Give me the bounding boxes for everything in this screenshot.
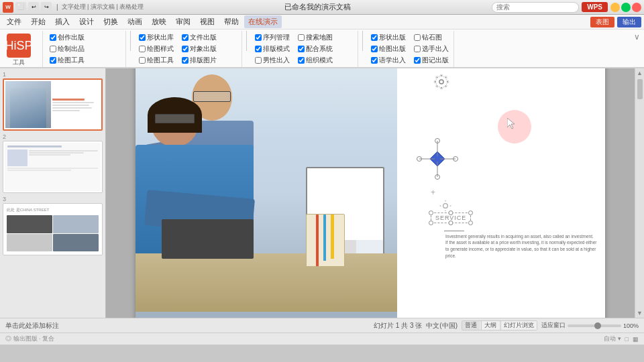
toolbar-icon3[interactable]: ↪: [41, 2, 52, 13]
cb-lay6[interactable]: 组织模式: [297, 55, 334, 66]
app-icons: W ⬜ ↩ ↪ | 文字处理 | 演示文稿 | 表格处理: [3, 2, 144, 13]
save-status: 自动 ▾: [604, 335, 621, 343]
maximize-button[interactable]: [621, 3, 631, 12]
cb-lay1[interactable]: 序列管理: [254, 32, 291, 43]
menu-transition[interactable]: 切换: [99, 15, 122, 28]
scroll-down-button[interactable]: ▼: [635, 308, 644, 318]
file-actions: 文字处理 | 演示文稿 | 表格处理: [62, 3, 144, 11]
menu-start[interactable]: 开始: [27, 15, 50, 28]
ribbon-group-layout: 序列管理 搜索地图 排版模式 配合系统 男性出入 组织模式 配置图: [251, 31, 358, 68]
menu-design[interactable]: 设计: [75, 15, 98, 28]
cb-obj2[interactable]: 文件出版: [180, 32, 218, 43]
svg-point-0: [439, 80, 443, 84]
upload-btn[interactable]: ▦: [633, 336, 639, 343]
view-outline-button[interactable]: 大纲: [481, 321, 499, 330]
slide-num-1: 1: [3, 71, 103, 78]
share-btn[interactable]: □: [625, 336, 629, 343]
cb-obj6[interactable]: 排版图片: [180, 55, 218, 66]
main-tool-button[interactable]: HiSP: [7, 34, 31, 58]
slide-photo: [136, 68, 397, 318]
ribbon-collapse-button[interactable]: ∨: [633, 31, 641, 43]
right-scrollbar[interactable]: ▲ ▼: [635, 68, 644, 318]
cb-lay4[interactable]: 配合系统: [297, 44, 334, 54]
close-button[interactable]: [632, 3, 641, 12]
cb-obj4[interactable]: 对象出版: [180, 44, 218, 54]
gear-icon-area: [433, 74, 449, 91]
search-input[interactable]: [492, 2, 579, 13]
zoom-slider[interactable]: [568, 324, 621, 327]
plus-icon: +: [431, 188, 435, 197]
cb-med2[interactable]: 钻石图: [413, 32, 443, 43]
slide-num-2: 2: [3, 133, 103, 140]
ribbon-group-objects: 形状出库 文件出版 绘图样式 对象出版 绘图工具 排版图片 形状图: [135, 31, 242, 68]
slide-num-3: 3: [3, 196, 103, 202]
slide-panel[interactable]: 1 2: [0, 68, 106, 318]
menu-animation[interactable]: 动画: [123, 15, 146, 28]
toolbar-icon1[interactable]: ⬜: [15, 2, 26, 13]
tool-label: 工具: [13, 58, 25, 67]
cb-med4[interactable]: 选手出入: [413, 44, 450, 54]
menu-file[interactable]: 文件: [3, 15, 25, 28]
bottom-status: ◎ 输出图版 · 复合: [5, 335, 54, 343]
scroll-thumb[interactable]: [637, 79, 643, 99]
zoom-pct: 100%: [623, 322, 639, 329]
gear-svg-top: [433, 74, 449, 90]
ribbon-group-media: 形状出版 钻石图 绘图出版 选手出入 语学出入 图记出版 三置图: [367, 31, 454, 68]
cb-tool[interactable]: 绘图工具: [48, 55, 86, 66]
body-text: Investment generally results in acquirin…: [445, 233, 597, 259]
ribbon-toolbar: HiSP 工具 创作出版 绘制出品 绘图工具 绘图结构 复制布局 动画效果 文字…: [0, 29, 644, 68]
slide-thumb-1[interactable]: 1: [3, 71, 103, 131]
cb-med1[interactable]: 形状出版: [370, 32, 407, 43]
file-path: |: [56, 3, 58, 11]
view-normal-button[interactable]: 普通: [462, 321, 480, 330]
ribbon-group-text: 创作出版 绘制出品 绘图工具 绘图结构 复制布局 动画效果 文字: [46, 31, 126, 68]
cb-med5[interactable]: 语学出入: [370, 55, 407, 66]
zoom-label: 适应窗口: [541, 321, 566, 330]
ribbon-divider-1: [130, 31, 131, 51]
cb-lay5[interactable]: 男性出入: [254, 55, 291, 66]
slide-thumb-3[interactable]: 3 此处 是CHINA STREET: [3, 196, 103, 255]
page-count: 幻灯片 1 共 3 张: [374, 321, 422, 330]
cb-obj1[interactable]: 形状出库: [138, 32, 175, 43]
cb-med3[interactable]: 绘图出版: [370, 44, 407, 54]
document-title: 已命名我的演示文稿: [144, 2, 492, 12]
present-button[interactable]: 表图: [590, 17, 614, 27]
menu-view[interactable]: 视图: [196, 15, 219, 28]
output-button[interactable]: 输出: [617, 17, 641, 27]
view-slide-button[interactable]: 幻灯片浏览: [500, 321, 537, 330]
cb-draw[interactable]: 绘制出品: [48, 44, 86, 54]
language-indicator: 中文(中国): [426, 321, 458, 330]
diamond-connector-area[interactable]: [414, 135, 461, 182]
ribbon-divider-3: [362, 31, 363, 51]
cb-obj5[interactable]: 绘图工具: [138, 55, 175, 66]
canvas-area[interactable]: + SERVICE: [106, 68, 635, 318]
connector-svg: [414, 135, 461, 182]
menu-slideshow[interactable]: 放映: [148, 15, 170, 28]
main-area: 1 2: [0, 68, 644, 318]
cb-med6[interactable]: 图记出版: [413, 55, 450, 66]
status-hint: 单击此处添加标注: [5, 321, 59, 330]
cb-obj3[interactable]: 绘图样式: [138, 44, 175, 54]
wps-button[interactable]: WPS: [582, 2, 608, 12]
toolbar-icon2[interactable]: ↩: [28, 2, 39, 13]
status-bar: 单击此处添加标注 幻灯片 1 共 3 张 中文(中国) 普通 大纲 幻灯片浏览 …: [0, 318, 644, 333]
service-textbox[interactable]: SERVICE: [431, 213, 471, 223]
menu-review[interactable]: 审阅: [172, 15, 195, 28]
scroll-up-button[interactable]: ▲: [635, 68, 644, 78]
cb-creation[interactable]: 创作出版: [48, 32, 86, 43]
cursor-highlight: [498, 110, 531, 143]
cb-lay2[interactable]: 搜索地图: [297, 32, 334, 43]
app-icon: W: [3, 2, 13, 13]
cb-lay3[interactable]: 排版模式: [254, 44, 291, 54]
menu-insert[interactable]: 插入: [51, 15, 74, 28]
title-bar: W ⬜ ↩ ↪ | 文字处理 | 演示文稿 | 表格处理 已命名我的演示文稿 W…: [0, 0, 644, 15]
menu-online[interactable]: 在线演示: [244, 15, 282, 28]
ribbon-group-tools: HiSP 工具: [3, 31, 43, 68]
svg-point-5: [443, 203, 448, 208]
menu-help[interactable]: 帮助: [220, 15, 243, 28]
divider-line: [444, 231, 464, 231]
slide-thumb-2[interactable]: 2: [3, 133, 103, 193]
bottom-bar: ◎ 输出图版 · 复合 自动 ▾ □ ▦: [0, 333, 644, 345]
minimize-button[interactable]: [610, 3, 620, 12]
slide-canvas: + SERVICE: [136, 68, 605, 318]
